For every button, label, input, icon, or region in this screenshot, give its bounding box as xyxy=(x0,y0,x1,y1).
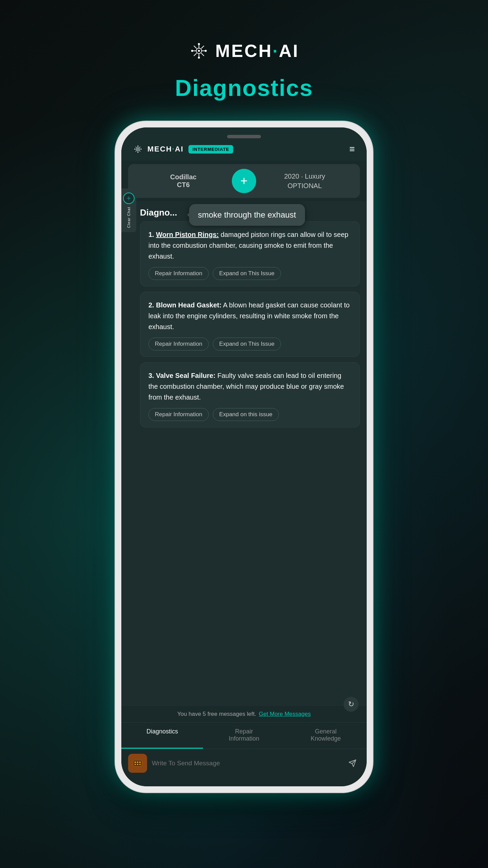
repair-info-btn-1[interactable]: Repair Information xyxy=(148,267,209,280)
diagnostic-title-2: 2. Blown Head Gasket: A blown head gaske… xyxy=(148,300,351,332)
svg-rect-50 xyxy=(139,764,141,765)
svg-line-31 xyxy=(139,150,140,152)
app-logo-row: MECH·AI xyxy=(189,41,299,61)
svg-rect-49 xyxy=(137,764,138,765)
diagnostic-actions-3: Repair Information Expand on this issue xyxy=(148,408,351,421)
svg-point-35 xyxy=(138,152,139,153)
diagnostic-card-1: 1. Worn Piston Rings: damaged piston rin… xyxy=(140,221,360,286)
menu-button[interactable]: ≡ xyxy=(349,144,355,154)
svg-point-25 xyxy=(138,149,139,150)
svg-line-32 xyxy=(139,147,140,148)
messages-container: 1. Worn Piston Rings: damaged piston rin… xyxy=(121,221,367,706)
chat-section-title: Diagno... xyxy=(140,207,177,218)
phone-speaker xyxy=(227,135,261,138)
vehicle-right: 2020 · Luxury OPTIONAL xyxy=(256,171,353,190)
diagnostic-actions-2: Repair Information Expand on This Issue xyxy=(148,338,351,350)
svg-line-16 xyxy=(194,46,197,48)
svg-line-19 xyxy=(194,53,197,56)
obd-svg-icon xyxy=(132,758,143,769)
svg-rect-44 xyxy=(133,760,142,766)
refresh-button[interactable]: ↻ xyxy=(344,697,359,712)
svg-point-36 xyxy=(134,149,135,150)
app-logo-icon xyxy=(133,144,143,154)
vehicle-selector-bar: Codillac CT6 + 2020 · Luxury OPTIONAL xyxy=(128,164,360,198)
avatar-icon xyxy=(126,195,132,201)
svg-line-17 xyxy=(201,53,204,56)
svg-line-18 xyxy=(201,46,204,48)
phone-screen: MECH·AI INTERMEDIATE ≡ Codillac CT6 xyxy=(121,127,367,786)
add-vehicle-button[interactable]: + xyxy=(232,169,256,193)
clear-chat-sidebar[interactable]: Clear Chat xyxy=(121,188,136,232)
main-logo-text: MECH·AI xyxy=(215,41,299,61)
vehicle-year-label: 2020 · Luxury OPTIONAL xyxy=(256,171,353,190)
svg-point-20 xyxy=(198,43,200,45)
app-header-logo: MECH·AI INTERMEDIATE xyxy=(133,144,233,154)
repair-info-btn-2[interactable]: Repair Information xyxy=(148,338,209,350)
tab-repair-information[interactable]: RepairInformation xyxy=(203,723,285,749)
send-icon xyxy=(348,759,357,767)
obd-icon xyxy=(128,754,147,773)
speech-bubble: smoke through the exhaust xyxy=(189,204,305,226)
svg-point-11 xyxy=(198,50,200,52)
send-button[interactable] xyxy=(345,756,360,771)
svg-point-23 xyxy=(205,50,207,52)
app-header: MECH·AI INTERMEDIATE ≡ xyxy=(121,127,367,161)
vehicle-make-label: Codillac CT6 xyxy=(135,173,232,189)
user-avatar xyxy=(123,193,135,204)
svg-point-39 xyxy=(128,198,129,199)
diagnostic-title-1: 1. Worn Piston Rings: damaged piston rin… xyxy=(148,229,351,262)
tab-general-knowledge[interactable]: GeneralKnowledge xyxy=(285,723,367,749)
logo-area: MECH·AI Diagnostics xyxy=(175,41,313,101)
chat-header-row: Diagno... smoke through the exhaust xyxy=(121,201,367,221)
diagnostic-title-3: 3. Valve Seal Failure: Faulty valve seal… xyxy=(148,370,351,403)
difficulty-badge: INTERMEDIATE xyxy=(188,145,233,154)
expand-issue-btn-1[interactable]: Expand on This Issue xyxy=(213,267,281,280)
page-content: MECH·AI Diagnostics xyxy=(0,0,488,868)
tab-diagnostics[interactable]: Diagnostics xyxy=(121,723,203,749)
messages-remaining-text: You have 5 free messages left. xyxy=(177,711,256,718)
messages-remaining-bar: You have 5 free messages left. Get More … xyxy=(121,706,367,722)
page-title: Diagnostics xyxy=(175,75,313,101)
vehicle-left: Codillac CT6 xyxy=(135,173,232,189)
diagnostic-card-3: 3. Valve Seal Failure: Faulty valve seal… xyxy=(140,362,360,427)
svg-point-37 xyxy=(141,149,142,150)
input-bar xyxy=(121,749,367,786)
phone-outer-shell: MECH·AI INTERMEDIATE ≡ Codillac CT6 xyxy=(115,121,373,792)
get-more-messages-link[interactable]: Get More Messages xyxy=(259,711,311,718)
svg-point-22 xyxy=(191,50,193,52)
expand-issue-btn-2[interactable]: Expand on This Issue xyxy=(213,338,281,350)
expand-issue-btn-3[interactable]: Expand on this issue xyxy=(213,408,279,421)
svg-rect-47 xyxy=(139,762,141,763)
svg-line-30 xyxy=(136,147,137,148)
diagnostic-card-2: 2. Blown Head Gasket: A blown head gaske… xyxy=(140,292,360,357)
svg-rect-45 xyxy=(135,762,136,763)
app-logo-text: MECH·AI xyxy=(147,145,184,154)
tab-bar: Diagnostics RepairInformation GeneralKno… xyxy=(121,722,367,749)
repair-info-btn-3[interactable]: Repair Information xyxy=(148,408,209,421)
svg-rect-48 xyxy=(135,764,136,765)
svg-point-34 xyxy=(138,145,139,146)
svg-line-33 xyxy=(136,150,137,152)
svg-point-21 xyxy=(198,57,200,59)
chat-area: Diagno... smoke through the exhaust 1. W… xyxy=(121,201,367,706)
phone-mockup: MECH·AI INTERMEDIATE ≡ Codillac CT6 xyxy=(115,121,373,792)
diagnostic-actions-1: Repair Information Expand on This Issue xyxy=(148,267,351,280)
clear-chat-label[interactable]: Clear Chat xyxy=(127,207,131,228)
main-logo-icon xyxy=(189,41,209,61)
svg-rect-46 xyxy=(137,762,138,763)
message-input[interactable] xyxy=(152,760,340,767)
